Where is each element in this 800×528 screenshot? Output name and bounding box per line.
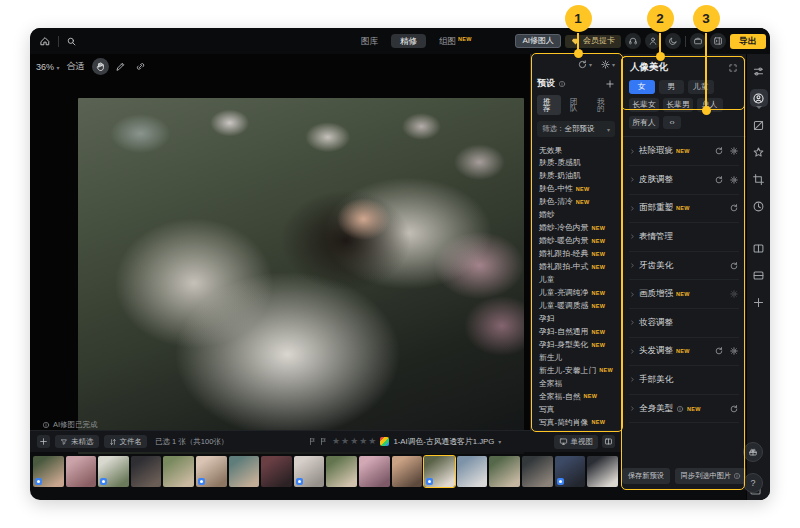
filmstrip-thumb[interactable] [261,456,292,487]
collapse-button[interactable] [710,33,726,49]
flag-icon[interactable] [308,437,317,446]
sync-to-selected-button[interactable]: 同步到选中图片 [675,468,747,484]
filmstrip-thumb[interactable] [163,456,194,487]
filmstrip-thumb[interactable] [326,456,357,487]
preset-item[interactable]: 孕妇-自然通用NEW [531,326,621,339]
chip-长辈男[interactable]: 长辈男 [663,98,693,112]
fit-button[interactable]: 合适 [67,60,85,73]
preset-tab-团队[interactable]: 团队 [564,95,588,115]
preset-item[interactable]: 儿童-亮调纯净NEW [531,287,621,300]
tab-组图[interactable]: 组图NEW [430,34,481,49]
split-view-button[interactable] [602,435,615,448]
color-label-icon[interactable] [380,437,389,446]
settings-dropdown[interactable]: ▾ [600,59,615,70]
preset-item[interactable]: 婚礼跟拍-经典NEW [531,248,621,261]
preset-item[interactable]: 肤色-中性NEW [531,183,621,196]
preset-item[interactable]: 婚纱-暖色内景NEW [531,235,621,248]
preset-item[interactable]: 婚礼跟拍-中式NEW [531,261,621,274]
chip-长辈女[interactable]: 长辈女 [629,98,659,112]
section-皮肤调整[interactable]: 皮肤调整 [629,166,739,195]
search-icon[interactable] [66,36,77,47]
filmstrip-thumb[interactable] [489,456,520,487]
sliders-tool-button[interactable] [750,62,768,80]
gear-icon[interactable] [729,346,739,356]
section-牙齿美化[interactable]: 牙齿美化 [629,252,739,281]
sort-by-filename-chip[interactable]: 文件名 [104,435,148,448]
reset-icon[interactable] [729,203,739,213]
section-面部重塑[interactable]: 面部重塑NEW [629,195,739,224]
moon-button[interactable] [665,33,681,49]
preset-tab-推荐[interactable]: 推荐 [537,95,561,115]
filmstrip-thumb[interactable] [66,456,97,487]
crop-tool-button[interactable] [750,170,768,188]
preset-filter-dropdown[interactable]: 筛选： 全部预设 ▾ [537,121,615,137]
section-手部美化[interactable]: 手部美化 [629,366,739,395]
preset-item[interactable]: 新生儿-安馨上门NEW [531,364,621,377]
preset-item[interactable]: 儿童-暖调质感NEW [531,300,621,313]
chip-单人[interactable]: 单人 [697,98,723,112]
preset-item[interactable]: 新生儿 [531,352,621,365]
chevron-down-icon[interactable]: ▾ [498,438,501,445]
briefcase-button[interactable] [690,33,706,49]
preset-item[interactable]: 儿童 [531,274,621,287]
vip-button[interactable]: 会员提卡 [565,35,621,48]
tab-精修[interactable]: 精修 [391,34,426,49]
filmstrip-thumb[interactable] [587,456,618,487]
preset-item[interactable]: 写真 [531,403,621,416]
section-表情管理[interactable]: 表情管理 [629,223,739,252]
preset-item[interactable]: 全家福 [531,377,621,390]
filmstrip-thumb[interactable] [98,456,129,487]
pen-tool-button[interactable] [112,58,129,75]
user-button[interactable] [645,33,661,49]
section-头发调整[interactable]: 头发调整NEW [629,338,739,367]
clock-tool-button[interactable] [750,197,768,215]
gear-icon[interactable] [729,289,739,299]
filmstrip-thumb[interactable] [522,456,553,487]
export-button[interactable]: 导出 [730,34,766,49]
ai-retouch-button[interactable]: AI修图人 [515,34,561,48]
section-全身美型[interactable]: 全身美型NEW [629,395,739,424]
chip-女[interactable]: 女 [629,80,655,94]
filmstrip-thumb[interactable] [457,456,488,487]
add-preset-button[interactable] [605,79,615,89]
zoom-level[interactable]: 36% ▾ [36,62,60,72]
compare-tool-button[interactable] [750,239,768,257]
reset-icon[interactable] [729,404,739,414]
star-rating[interactable]: ★★★★★ [332,437,376,446]
home-icon[interactable] [39,35,51,47]
reset-icon[interactable] [729,261,739,271]
filmstrip-thumb[interactable] [229,456,260,487]
section-妆容调整[interactable]: 妆容调整 [629,309,739,338]
gear-icon[interactable] [729,175,739,185]
chip-more-icon[interactable]: ‹› [663,116,681,130]
adjust-tool-button[interactable] [750,116,768,134]
preset-item[interactable]: 全家福-自然NEW [531,390,621,403]
section-画质增强[interactable]: 画质增强NEW [629,280,739,309]
lasso-tool-button[interactable] [750,143,768,161]
portrait-tool-button[interactable] [750,89,768,107]
star-icon[interactable]: ★ [350,437,358,446]
preset-item[interactable]: 肤质-质感肌 [531,157,621,170]
help-fab-button[interactable]: ? [743,473,763,493]
section-祛除瑕疵[interactable]: 祛除瑕疵NEW [629,137,739,166]
plus-tool-button[interactable] [750,293,768,311]
add-photos-button[interactable] [37,435,50,448]
gear-icon[interactable] [729,146,739,156]
link-tool-button[interactable] [132,58,149,75]
reset-icon[interactable] [714,175,724,185]
preset-item[interactable]: 孕妇 [531,313,621,326]
filter-unselected-chip[interactable]: 未精选 [55,435,99,448]
reset-icon[interactable] [714,146,724,156]
preset-item[interactable]: 婚纱 [531,209,621,222]
star-icon[interactable]: ★ [368,437,376,446]
history-dropdown[interactable]: ▾ [577,59,592,70]
photo-preview[interactable] [78,98,524,454]
flag-icon[interactable] [319,437,328,446]
filmstrip-thumb[interactable] [359,456,390,487]
filmstrip-thumb[interactable] [33,456,64,487]
star-icon[interactable]: ★ [359,437,367,446]
preset-item[interactable]: 肤质-奶油肌 [531,170,621,183]
preset-item[interactable]: 肤色-清冷NEW [531,196,621,209]
expand-icon[interactable] [728,63,738,73]
filmstrip-thumb[interactable] [424,456,455,487]
